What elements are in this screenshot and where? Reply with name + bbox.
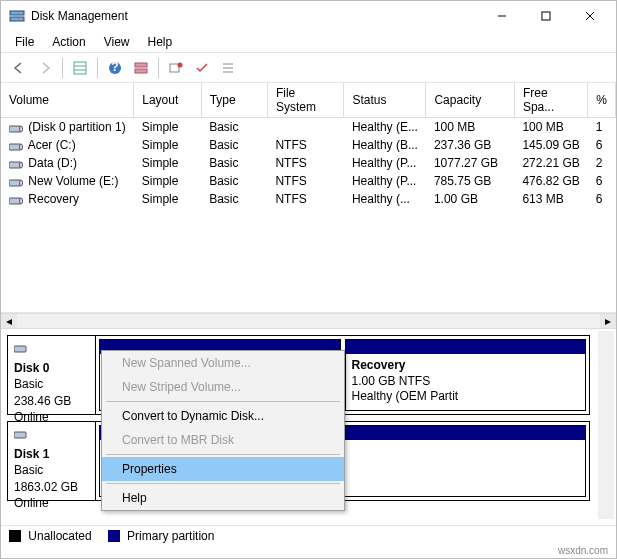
- vertical-scrollbar[interactable]: [598, 331, 614, 519]
- disk-name: Disk 0: [14, 360, 89, 376]
- table-row[interactable]: Acer (C:)SimpleBasicNTFSHealthy (B...237…: [1, 136, 616, 154]
- window-title: Disk Management: [31, 9, 480, 23]
- col-percent[interactable]: %: [588, 83, 616, 118]
- partition-sub: Healthy (OEM Partit: [352, 389, 580, 405]
- cell-layout: Simple: [134, 172, 201, 190]
- svg-rect-0: [10, 11, 24, 15]
- context-menu-item[interactable]: Properties: [102, 457, 344, 481]
- svg-point-19: [20, 126, 23, 132]
- cell-layout: Simple: [134, 136, 201, 154]
- cell-type: Basic: [201, 190, 267, 208]
- scroll-left-icon[interactable]: ◂: [1, 314, 17, 328]
- disk-info[interactable]: Disk 0Basic238.46 GBOnline: [8, 336, 96, 414]
- volume-list: Volume Layout Type File System Status Ca…: [1, 83, 616, 313]
- cell-volume: (Disk 0 partition 1): [1, 118, 134, 137]
- view-list-icon[interactable]: [68, 56, 92, 80]
- col-status[interactable]: Status: [344, 83, 426, 118]
- checklist-icon[interactable]: [190, 56, 214, 80]
- drive-icon: [9, 141, 23, 151]
- table-row[interactable]: New Volume (E:)SimpleBasicNTFSHealthy (P…: [1, 172, 616, 190]
- settings-icon[interactable]: [164, 56, 188, 80]
- cell-layout: Simple: [134, 190, 201, 208]
- legend-unallocated: Unallocated: [9, 529, 92, 543]
- disk-type: Basic: [14, 462, 89, 478]
- table-row[interactable]: RecoverySimpleBasicNTFSHealthy (...1.00 …: [1, 190, 616, 208]
- partition-detail: 1.00 GB NTFS: [352, 374, 580, 390]
- context-menu-item: New Striped Volume...: [102, 375, 344, 399]
- context-menu-item[interactable]: Convert to Dynamic Disk...: [102, 404, 344, 428]
- cell-free: 100 MB: [514, 118, 587, 137]
- drive-icon: [9, 177, 23, 187]
- col-filesystem[interactable]: File System: [267, 83, 344, 118]
- cell-volume: New Volume (E:): [1, 172, 134, 190]
- menu-bar: File Action View Help: [1, 31, 616, 53]
- cell-layout: Simple: [134, 154, 201, 172]
- toolbar: ?: [1, 53, 616, 83]
- scroll-right-icon[interactable]: ▸: [600, 314, 616, 328]
- context-menu-item: Convert to MBR Disk: [102, 428, 344, 452]
- cell-status: Healthy (...: [344, 190, 426, 208]
- help-icon[interactable]: ?: [103, 56, 127, 80]
- drive-icon: [9, 195, 23, 205]
- col-type[interactable]: Type: [201, 83, 267, 118]
- menu-help[interactable]: Help: [140, 33, 181, 51]
- cell-free: 613 MB: [514, 190, 587, 208]
- svg-rect-6: [74, 62, 86, 74]
- disk-type: Basic: [14, 376, 89, 392]
- cell-fs: NTFS: [267, 172, 344, 190]
- app-icon: [9, 8, 25, 24]
- svg-rect-3: [542, 12, 550, 20]
- minimize-button[interactable]: [480, 2, 524, 30]
- menu-action[interactable]: Action: [44, 33, 93, 51]
- close-button[interactable]: [568, 2, 612, 30]
- cell-free: 476.82 GB: [514, 172, 587, 190]
- cell-fs: [267, 118, 344, 137]
- cell-pct: 6: [588, 190, 616, 208]
- list-icon[interactable]: [216, 56, 240, 80]
- swatch-primary: [108, 530, 120, 542]
- col-volume[interactable]: Volume: [1, 83, 134, 118]
- maximize-button[interactable]: [524, 2, 568, 30]
- context-menu: New Spanned Volume...New Striped Volume.…: [101, 350, 345, 511]
- disk-info[interactable]: Disk 1Basic1863.02 GBOnline: [8, 422, 96, 500]
- svg-point-23: [20, 162, 23, 168]
- disk-state: Online: [14, 495, 89, 511]
- view-graphical-icon[interactable]: [129, 56, 153, 80]
- svg-point-27: [20, 198, 23, 204]
- col-capacity[interactable]: Capacity: [426, 83, 514, 118]
- drive-icon: [9, 159, 23, 169]
- cell-pct: 6: [588, 136, 616, 154]
- cell-pct: 6: [588, 172, 616, 190]
- menu-view[interactable]: View: [96, 33, 138, 51]
- cell-volume: Acer (C:): [1, 136, 134, 154]
- cell-volume: Recovery: [1, 190, 134, 208]
- cell-type: Basic: [201, 136, 267, 154]
- col-free[interactable]: Free Spa...: [514, 83, 587, 118]
- toolbar-separator: [97, 58, 98, 78]
- watermark: wsxdn.com: [558, 545, 608, 556]
- cell-status: Healthy (B...: [344, 136, 426, 154]
- cell-type: Basic: [201, 154, 267, 172]
- cell-status: Healthy (P...: [344, 172, 426, 190]
- col-layout[interactable]: Layout: [134, 83, 201, 118]
- legend-primary-label: Primary partition: [127, 529, 214, 543]
- cell-layout: Simple: [134, 118, 201, 137]
- partition[interactable]: Recovery1.00 GB NTFSHealthy (OEM Partit: [345, 339, 587, 411]
- partition-title: Recovery: [352, 358, 580, 374]
- cell-pct: 1: [588, 118, 616, 137]
- menu-file[interactable]: File: [7, 33, 42, 51]
- table-row[interactable]: Data (D:)SimpleBasicNTFSHealthy (P...107…: [1, 154, 616, 172]
- horizontal-scrollbar[interactable]: ◂ ▸: [1, 313, 616, 329]
- cell-free: 272.21 GB: [514, 154, 587, 172]
- cell-pct: 2: [588, 154, 616, 172]
- back-button[interactable]: [7, 56, 31, 80]
- cell-status: Healthy (P...: [344, 154, 426, 172]
- cell-status: Healthy (E...: [344, 118, 426, 137]
- context-menu-item[interactable]: Help: [102, 486, 344, 510]
- partition-stripe: [346, 340, 586, 354]
- table-row[interactable]: (Disk 0 partition 1)SimpleBasicHealthy (…: [1, 118, 616, 137]
- svg-point-21: [20, 144, 23, 150]
- cell-free: 145.09 GB: [514, 136, 587, 154]
- table-header-row: Volume Layout Type File System Status Ca…: [1, 83, 616, 118]
- forward-button[interactable]: [33, 56, 57, 80]
